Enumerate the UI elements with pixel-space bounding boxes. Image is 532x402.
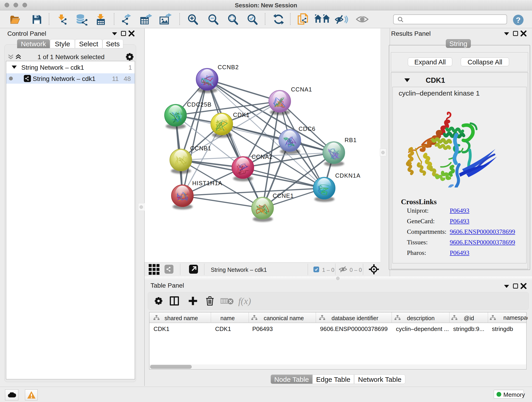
svg-text:CDC6: CDC6 [298, 126, 316, 132]
svg-text:CCNA1: CCNA1 [291, 86, 312, 93]
svg-text:CDK1: CDK1 [233, 112, 250, 118]
svg-text:HIST1H1A: HIST1H1A [192, 180, 222, 186]
svg-text:CDKN1A: CDKN1A [335, 172, 361, 179]
svg-text:CDC25B: CDC25B [187, 101, 212, 108]
svg-text:CCNE1: CCNE1 [273, 192, 294, 199]
svg-text:CCNA2: CCNA2 [252, 153, 273, 160]
svg-text:RB1: RB1 [345, 137, 357, 143]
svg-text:CCNB2: CCNB2 [218, 64, 239, 70]
svg-text:CCNB1: CCNB1 [190, 145, 211, 152]
